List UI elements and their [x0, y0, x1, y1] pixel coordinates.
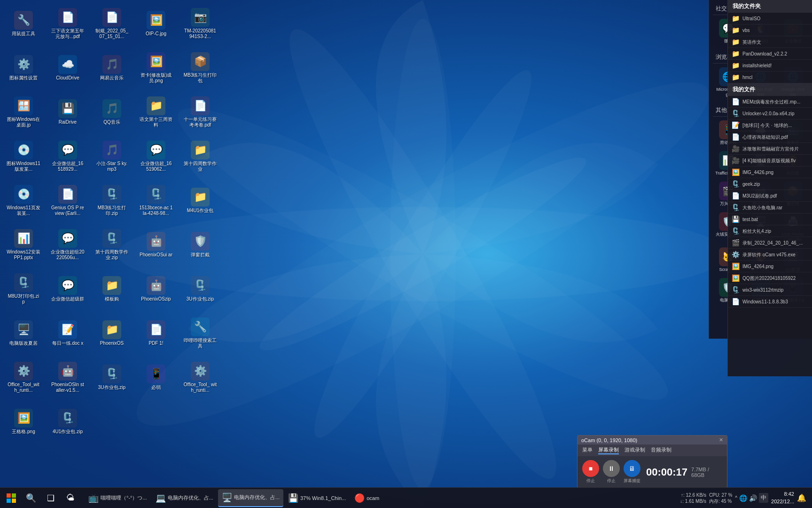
desktop-icon-icon-win11[interactable]: 💿 图标Windows11版发某...	[5, 137, 42, 175]
desktop-icon-icon-11unit[interactable]: 📄 十一单元练习赛考考卷.pdf	[181, 93, 219, 131]
desktop-icon-icon-genius[interactable]: 📄 Genius OS P review (Earli...	[49, 182, 86, 219]
desktop-icon-icon-1513[interactable]: 🗜️ 1513bcece-ac 1la-4248-98...	[137, 182, 175, 219]
desktop-icon-icon-制规[interactable]: 📄 制规_2022_05_07_15_01...	[93, 5, 131, 42]
folder-item[interactable]: 📁英语作文	[728, 36, 812, 48]
desktop-icon-icon-win10[interactable]: 🪟 图标Windows在桌面.jp	[5, 93, 42, 131]
desktop-icon-icon-tm[interactable]: 📷 TM-202205081941S3-2...	[181, 5, 219, 42]
tray-ime[interactable]: 中	[759, 493, 768, 503]
taskbar-app-ocam[interactable]: 🔴ocam	[351, 489, 383, 507]
ocam-capture-btn[interactable]: 🖥	[624, 460, 640, 477]
desktop-icon-icon-mofan[interactable]: 📁 模板购	[93, 270, 131, 308]
desktop-icon-icon-win22[interactable]: 💿 Windows11页发装某...	[5, 182, 42, 219]
desktop-icon-icon-phoenixos2[interactable]: 🤖 PhoenixOSzip	[137, 270, 175, 308]
desktop-icon-icon-raidrive[interactable]: 💾 RaiDrive	[49, 93, 86, 131]
file-item[interactable]: 📄M3U2副试卷.pdf	[728, 190, 812, 202]
file-item[interactable]: 🎥[4 K]能猫碳音原版视频.flv	[728, 155, 812, 167]
desktop-icon-icon-qiye-wechat1[interactable]: 💬 企业微信超_16518929...	[49, 137, 86, 175]
desktop-icon-icon-win22b[interactable]: 📊 Windows12安装PP1.pptx	[5, 226, 42, 263]
desktop-icon-icon-img-oip[interactable]: 🖼️ OIP-C.jpg	[137, 5, 175, 42]
file-item[interactable]: 🗜️wix3-wix3112rtmzip	[728, 284, 812, 296]
desktop-icon-icon-netease[interactable]: 🎵 网易云音乐	[93, 49, 131, 87]
file-item[interactable]: 📄MEMz病毒发作全过程.mp...	[728, 96, 812, 108]
desktop-icon-icon-phoenixins[interactable]: 🤖 PhoenixOSIn staller-v1.5...	[49, 358, 86, 396]
desktop-icon-icon-popup[interactable]: 🛡️ 弹窗拦截	[181, 226, 219, 263]
desktop-icon-icon-qiye4[interactable]: 💬 企业微信超级群	[49, 270, 86, 308]
ocam-menu-游戏录制[interactable]: 游戏录制	[625, 446, 645, 454]
desktop-icon-icon-member[interactable]: 🖼️ 资卡(修改版)成员.png	[137, 49, 175, 87]
desktop-icon-icon-mb3zip[interactable]: 🗜️ MB3练习生打印.zip	[93, 182, 131, 219]
file-item[interactable]: 🎬录制_2022_04_20_10_46_...	[728, 237, 812, 249]
icon-image: 📁	[102, 320, 121, 339]
desktop-icon-icon-maintenance[interactable]: 🔧 用鼠提工具	[5, 5, 42, 42]
notification-btn[interactable]: 🔔	[797, 493, 806, 502]
folder-item[interactable]: 📁vbs	[728, 24, 812, 36]
desktop-icon-icon-pdf[interactable]: 📄 三下语文第五年元放与...pdf	[49, 5, 86, 42]
desktop-icon-icon-settings[interactable]: ⚙️ 图标属性设置	[5, 49, 42, 87]
file-item[interactable]: 🗜️大鱼吃小鱼电脑.rar	[728, 202, 812, 214]
taskbar-app-嗤哩嗤哩（°-°）つ[interactable]: 📺嗤哩嗤哩（°-°）つ...	[85, 489, 151, 507]
widgets-button[interactable]: 🌤	[61, 489, 80, 508]
search-button[interactable]: 🔍	[22, 489, 40, 508]
folder-item[interactable]: 📁hmcl	[728, 71, 812, 83]
ocam-menu-菜单[interactable]: 菜单	[582, 446, 593, 454]
file-item[interactable]: 🎥冰墩墩和雪融融官方宣传片	[728, 143, 812, 155]
taskbar-app-37%Win8.1_[interactable]: 💾37% Win8.1_Chin...	[284, 489, 350, 507]
ocam-menu-屏幕录制[interactable]: 屏幕录制	[598, 446, 619, 454]
icon-image: 🔧	[14, 11, 33, 30]
file-item[interactable]: 🖼️IMG_4264.png	[728, 261, 812, 272]
desktop-icon-icon-epc[interactable]: 🖥️ 电脑版改夏居	[5, 314, 42, 352]
start-button[interactable]	[2, 489, 21, 508]
desktop-icon-icon-qiye-wechat2[interactable]: 💬 企业微信超_16519062...	[137, 137, 175, 175]
desktop-icon-icon-3u-work[interactable]: 🗜️ 3U作业包.zip	[93, 358, 131, 396]
file-item[interactable]: 💾test.bat	[728, 214, 812, 225]
folder-item[interactable]: 📁installshieleld!	[728, 60, 812, 71]
ocam-stop-btn[interactable]: ■	[582, 460, 599, 477]
file-item[interactable]: ⚙️录屏软件 oCam v475.exe	[728, 249, 812, 261]
file-item[interactable]: 📄心理咨询基础知识.pdf	[728, 131, 812, 143]
desktop-icon-icon-yuwen[interactable]: 📁 语文第十三周资料	[137, 93, 175, 131]
tray-network[interactable]: 🌐	[739, 494, 747, 502]
folder-item[interactable]: 📁UltraISO	[728, 13, 812, 24]
desktop-icon-icon-phoenixos3[interactable]: 📁 PhoenixOS	[93, 314, 131, 352]
desktop-icon-icon-m8u3[interactable]: 🗜️ M8U3打印包.zip	[5, 270, 42, 308]
file-item[interactable]: 📄Windows11-1.8.8.3b3	[728, 296, 812, 308]
desktop-icon-icon-qiye3[interactable]: 💬 企业微信超组20220506u...	[49, 226, 86, 263]
desktop-icon-icon-pdf-1[interactable]: 📄 PDF 1!	[137, 314, 175, 352]
desktop-icon-icon-stardiff[interactable]: 🎵 小注-Star S ky.mp3	[93, 137, 131, 175]
ocam-pause-btn[interactable]: ⏸	[603, 460, 620, 477]
desktop-icon-icon-math40[interactable]: 📁 第十四周数学作业	[181, 137, 219, 175]
file-item[interactable]: 🗜️geek.zip	[728, 178, 812, 190]
taskbar-app-电脑内存优化、占..[interactable]: 💻电脑内存优化、占...	[152, 489, 217, 507]
icon-image: 📁	[191, 188, 210, 206]
folder-item[interactable]: 📁PanDownload_v2.2.2	[728, 48, 812, 60]
desktop-icon-icon-3u-job[interactable]: 🗜️ 3U作业包.zip	[181, 270, 219, 308]
file-item[interactable]: 🖼️QQ图片20220418105922	[728, 272, 812, 284]
desktop-icon-icon-qq-music[interactable]: 🎵 QQ音乐	[93, 93, 131, 131]
file-item[interactable]: 🖼️IMG_4426.png	[728, 167, 812, 178]
ocam-menu-音频录制[interactable]: 音频录制	[651, 446, 671, 454]
clock[interactable]: 8:42 2022/12...	[771, 491, 794, 505]
file-item[interactable]: 📝[地球日] 今天 · 地球的...	[728, 119, 812, 131]
desktop-icon-icon-clouddrive[interactable]: ☁️ CloudDrive	[49, 49, 86, 87]
desktop-icon-icon-phoenixos[interactable]: 🤖 PhoenixOSui ar	[137, 226, 175, 263]
desktop-icon-icon-officetool1[interactable]: ⚙️ Office_Tool_with_runti...	[5, 358, 42, 396]
icon-label: 企业微信超组20220506u...	[51, 249, 85, 261]
taskbar-app-电脑内存优化、占..[interactable]: 🖥️电脑内存优化、占...	[218, 489, 283, 507]
desktop-icon-icon-m4u1[interactable]: 📁 M4U1作业包	[181, 182, 219, 219]
desktop-icon-icon-wanggebin[interactable]: 🖼️ 王格格.png	[5, 403, 42, 440]
taskview-button[interactable]: ❑	[41, 489, 60, 508]
tray-volume[interactable]: 🔊	[749, 494, 757, 502]
tray-expand[interactable]: ^	[735, 495, 737, 500]
desktop-icon-icon-biwu[interactable]: 📱 必弱	[137, 358, 175, 396]
desktop-icon-icon-ppttools[interactable]: 🔧 哔哩哔哩搜索工具	[181, 314, 219, 352]
file-item[interactable]: 🗜️粉丝大礼4.zip	[728, 225, 812, 237]
desktop-icon-icon-officetool2[interactable]: ⚙️ Office_Tool_ with_runti...	[181, 358, 219, 396]
desktop-icon-icon-daily-doc[interactable]: 📝 每日一练.doc x	[49, 314, 86, 352]
desktop-icon-icon-math40b[interactable]: 🗜️ 第十四周数学作业.zip	[93, 226, 131, 263]
icon-image: 🎵	[102, 55, 121, 74]
file-item[interactable]: 🗜️Unlocker-v2.0.0a-x64.zip	[728, 108, 812, 119]
desktop-icon-icon-mb3[interactable]: 📦 MB3练习生打印包	[181, 49, 219, 87]
desktop-icon-icon-4u1[interactable]: 🗜️ 4U1作业包.zip	[49, 403, 86, 440]
icon-image: 💾	[58, 99, 77, 118]
ocam-close-icon[interactable]: ✕	[719, 437, 723, 443]
